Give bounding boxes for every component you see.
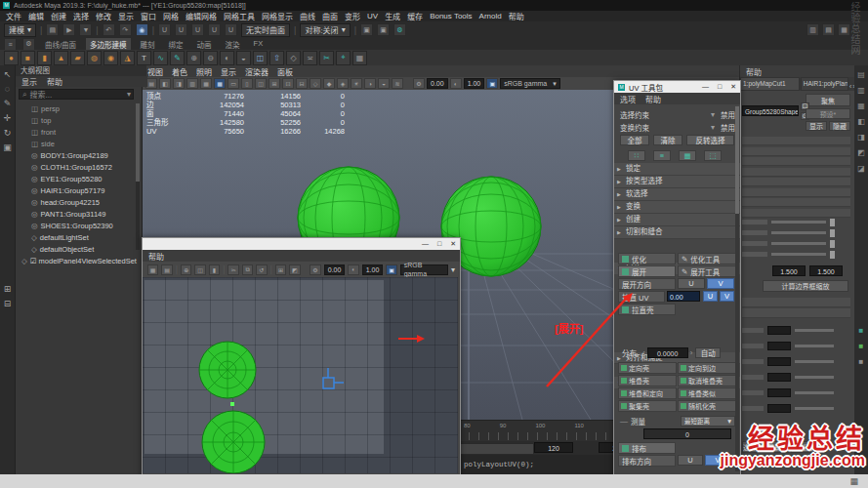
attr-field[interactable] <box>767 388 791 397</box>
checkbox-icon[interactable]: ☑ <box>30 257 37 265</box>
viewport-menu-1[interactable]: 着色 <box>172 66 187 77</box>
projection-width-field[interactable]: 1.500 <box>772 265 806 276</box>
textured-icon[interactable]: ◈ <box>337 78 349 89</box>
uv-editor-help-menu[interactable]: 帮助 <box>148 251 164 262</box>
outliner-set-2[interactable]: ☑ modelPanel4ViewSelectedSet <box>16 256 138 267</box>
resolution-gate-icon[interactable]: ▯ <box>241 78 253 89</box>
select-tool-icon[interactable]: ↖ <box>4 69 12 79</box>
open-scene-icon[interactable]: ▶ <box>62 23 75 36</box>
uv-cut-icon[interactable]: ✂ <box>227 264 238 275</box>
fit-bounding-box-button[interactable]: 计算边界框缩放 <box>763 280 848 292</box>
toolkit-section-3[interactable]: 变换 <box>614 201 740 214</box>
grid-icon[interactable]: ▦ <box>849 476 858 486</box>
menu-item-6[interactable]: 窗口 <box>141 11 156 21</box>
poly-cube-icon[interactable]: ■ <box>21 51 35 65</box>
attr-slider[interactable] <box>795 407 834 410</box>
maximize-icon[interactable]: □ <box>718 83 722 91</box>
close-icon[interactable]: ✕ <box>450 240 456 248</box>
multicut-icon[interactable]: ✂ <box>319 51 334 65</box>
exposure-icon[interactable]: ⚙ <box>413 78 425 89</box>
outliner-camera-3[interactable]: side <box>16 139 138 150</box>
layout-button[interactable]: 排布 <box>618 442 676 454</box>
exposure-icon[interactable]: ⚙ <box>310 264 320 275</box>
menu-item-1[interactable]: 编辑 <box>28 11 44 21</box>
outliner-object-0[interactable]: BODY1:Group42189 <box>16 150 138 162</box>
menu-item-14[interactable]: UV <box>367 12 378 20</box>
slider-handle[interactable] <box>830 240 835 248</box>
undo-icon[interactable]: ↶ <box>103 23 115 36</box>
menu-item-9[interactable]: 网格工具 <box>224 11 255 21</box>
viewport-menu-4[interactable]: 渲染器 <box>245 66 269 77</box>
distribute-value-field[interactable]: 0.0000 <box>647 347 688 358</box>
menu-item-11[interactable]: 曲线 <box>300 11 315 21</box>
menu-item-17[interactable]: Bonus Tools <box>430 12 472 20</box>
attr-slider[interactable] <box>771 221 826 224</box>
ipr-render-icon[interactable]: ▣ <box>377 23 390 36</box>
menu-item-3[interactable]: 选择 <box>73 11 89 21</box>
unfold-direction-u-button[interactable]: U <box>678 278 705 289</box>
lasso-tool-icon[interactable]: ◌ <box>5 84 10 94</box>
viewport-menu-3[interactable]: 显示 <box>221 66 236 77</box>
menu-item-0[interactable]: 文件 <box>6 11 21 21</box>
camera-attrs-icon[interactable]: ◨ <box>173 78 185 89</box>
bevel-icon[interactable]: ◇ <box>286 51 301 65</box>
menu-item-2[interactable]: 创建 <box>51 11 66 21</box>
straighten-shell-button[interactable]: 拉直壳 <box>618 304 676 315</box>
color-management-icon[interactable]: ▣ <box>386 264 396 275</box>
poly-torus-icon[interactable]: ◍ <box>87 51 102 65</box>
distribute-auto-button[interactable]: 自动 <box>695 347 721 358</box>
shell-button-4[interactable]: 堆叠和定向 <box>618 387 677 399</box>
ae-section-row[interactable] <box>742 168 850 177</box>
select-face-mode-icon[interactable]: ▦ <box>679 150 696 161</box>
viewport-menu-0[interactable]: 视图 <box>147 66 163 77</box>
poly-disc-icon[interactable]: ◉ <box>103 51 118 65</box>
minimize-icon[interactable]: — <box>422 240 429 248</box>
menu-item-12[interactable]: 曲面 <box>322 11 338 21</box>
outliner-object-1[interactable]: CLOTH1:Group16572 <box>16 162 138 174</box>
minimize-icon[interactable]: — <box>702 83 709 91</box>
attribute-editor-tab-icon[interactable]: ▤ <box>857 70 865 79</box>
select-edge-mode-icon[interactable]: ≡ <box>653 150 671 161</box>
wireframe-icon[interactable]: ◇ <box>310 78 321 89</box>
attr-slider[interactable] <box>795 391 834 394</box>
shell-button-0[interactable]: 定向壳 <box>618 362 677 374</box>
menu-item-7[interactable]: 网格 <box>163 11 179 21</box>
spinner-right-icon[interactable]: › <box>690 348 693 357</box>
snap-curve-icon[interactable]: U <box>175 23 187 36</box>
uv-distortion-icon[interactable]: ◩ <box>289 264 300 275</box>
shelf-menu-icon[interactable]: ≡ <box>4 38 17 51</box>
transform-constraint-value[interactable]: 禁用 <box>721 122 735 133</box>
uv-sew-icon[interactable]: ⧉ <box>242 264 253 275</box>
menu-item-13[interactable]: 变形 <box>345 11 360 21</box>
attr-field[interactable] <box>767 404 791 413</box>
viewport-menu-2[interactable]: 照明 <box>196 66 212 77</box>
tool-settings-tab-icon[interactable]: ▥ <box>857 86 865 95</box>
gamma-icon[interactable]: ◐ <box>348 264 358 275</box>
snap-grid-icon[interactable]: U <box>158 23 171 36</box>
ae-tab-polyplanarproj[interactable]: HAIR1:polyPlanarP <box>801 77 848 91</box>
ae-section-row[interactable] <box>742 198 850 207</box>
shelf-tab-4[interactable]: 动画 <box>193 38 216 51</box>
outliner-set-0[interactable]: defaultLightSet <box>16 232 138 244</box>
attr-field[interactable] <box>767 326 791 335</box>
bifrost-icon[interactable]: ■ <box>859 342 864 350</box>
gamma-field[interactable]: 1.00 <box>464 78 485 89</box>
select-uv-mode-icon[interactable]: ∷ <box>628 150 645 161</box>
paint-select-tool-icon[interactable]: ✎ <box>4 99 12 108</box>
menu-item-16[interactable]: 缓存 <box>407 11 423 21</box>
attr-field[interactable] <box>767 342 791 350</box>
shelf-tab-5[interactable]: 渲染 <box>222 38 244 51</box>
target-weld-icon[interactable]: ⌖ <box>336 51 351 65</box>
poly-pyramid-icon[interactable]: ◮ <box>120 51 135 65</box>
extrude-icon[interactable]: ⇧ <box>269 51 284 65</box>
attribute-editor-help-menu[interactable]: 帮助 <box>746 66 762 77</box>
outliner-camera-1[interactable]: top <box>16 115 138 127</box>
snap-plane-icon[interactable]: U <box>208 23 221 36</box>
shell-button-5[interactable]: 堆叠类似 <box>678 387 736 399</box>
ae-section-row[interactable] <box>742 188 850 197</box>
boolean-icon[interactable]: ◐ <box>220 51 234 65</box>
poly-cylinder-icon[interactable]: ▮ <box>37 51 52 65</box>
outliner-object-2[interactable]: EYE1:Group55280 <box>16 174 138 185</box>
sidebar-toggle-icon[interactable]: ▥ <box>806 23 819 36</box>
projection-height-field[interactable]: 1.500 <box>809 265 843 276</box>
